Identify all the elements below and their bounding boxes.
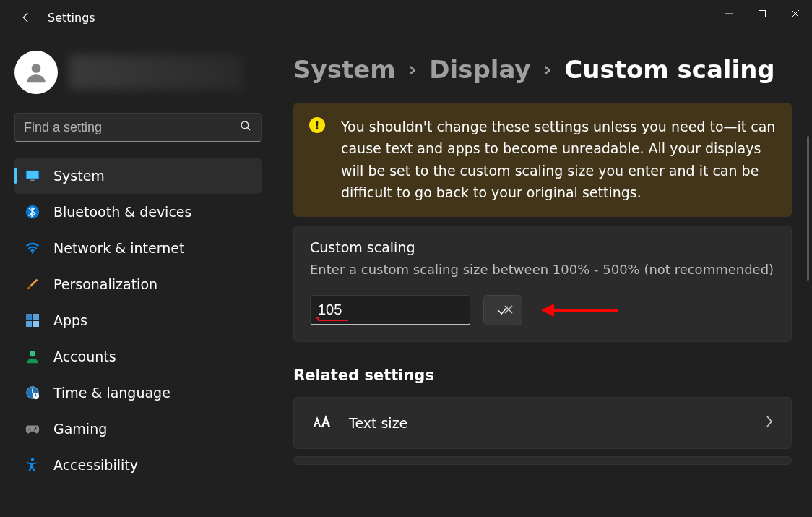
chevron-right-icon: ›: [544, 59, 552, 80]
svg-rect-5: [30, 180, 35, 181]
scaling-input[interactable]: [318, 302, 501, 318]
scrollbar[interactable]: [807, 136, 809, 281]
chevron-right-icon: [765, 414, 774, 432]
sidebar-item-time-language[interactable]: Time & language: [14, 375, 262, 411]
svg-rect-4: [27, 171, 39, 179]
svg-point-17: [28, 430, 30, 431]
sidebar-item-label: Apps: [53, 312, 87, 328]
warning-icon: !: [309, 117, 325, 133]
apps-icon: [25, 312, 40, 328]
sidebar-item-personalization[interactable]: Personalization: [14, 266, 262, 302]
svg-rect-0: [759, 11, 766, 17]
bluetooth-icon: [25, 204, 40, 220]
paintbrush-icon: [25, 276, 40, 292]
sidebar-item-label: Personalization: [53, 276, 157, 292]
related-heading: Related settings: [293, 367, 792, 384]
maximize-button[interactable]: [746, 0, 779, 27]
svg-point-18: [35, 427, 36, 429]
text-size-icon: [311, 414, 330, 432]
svg-point-19: [34, 429, 35, 430]
sidebar-item-gaming[interactable]: Gaming: [14, 411, 262, 447]
maximize-icon: [758, 9, 766, 18]
sidebar-item-label: Accessibility: [53, 457, 138, 473]
sidebar-item-label: System: [53, 168, 105, 184]
main-content: System › Display › Custom scaling ! You …: [275, 35, 812, 517]
person-icon: [22, 59, 50, 86]
nav-list: System Bluetooth & devices Network & int…: [14, 158, 262, 483]
search-box[interactable]: [14, 113, 262, 142]
panel-subtitle: Enter a custom scaling size between 100%…: [310, 260, 775, 279]
panel-title: Custom scaling: [310, 239, 775, 255]
warning-text: You shouldn't change these settings unle…: [341, 116, 776, 204]
sidebar-item-label: Network & internet: [53, 240, 184, 256]
svg-point-12: [30, 351, 35, 356]
sidebar-item-accounts[interactable]: Accounts: [14, 338, 262, 375]
sidebar-item-label: Bluetooth & devices: [53, 204, 191, 220]
sidebar: System Bluetooth & devices Network & int…: [0, 35, 275, 517]
person-green-icon: [25, 349, 40, 364]
spellcheck-underline: [318, 320, 348, 321]
search-input[interactable]: [24, 120, 239, 135]
svg-point-7: [32, 252, 33, 253]
annotation-arrow: [540, 302, 612, 318]
clear-input-button[interactable]: [501, 299, 517, 320]
search-icon: [239, 119, 252, 135]
minimize-button[interactable]: [712, 0, 746, 27]
svg-marker-22: [541, 304, 554, 317]
breadcrumb: System › Display › Custom scaling: [293, 55, 792, 84]
breadcrumb-system[interactable]: System: [293, 55, 396, 84]
sidebar-item-apps[interactable]: Apps: [14, 302, 262, 338]
clock-globe-icon: [25, 385, 40, 401]
gamepad-icon: [25, 421, 40, 437]
close-icon: [791, 9, 800, 18]
setting-row-text-size[interactable]: Text size: [293, 397, 792, 449]
warning-banner: ! You shouldn't change these settings un…: [293, 103, 792, 217]
sidebar-item-label: Time & language: [53, 385, 170, 401]
svg-rect-8: [26, 314, 32, 320]
setting-row-label: Text size: [349, 415, 746, 431]
scaling-input-wrap[interactable]: [310, 295, 470, 325]
back-button[interactable]: [14, 6, 38, 29]
svg-point-20: [31, 458, 34, 461]
sidebar-item-system[interactable]: System: [14, 158, 262, 194]
breadcrumb-current: Custom scaling: [564, 55, 774, 84]
svg-rect-11: [33, 321, 39, 327]
sidebar-item-accessibility[interactable]: Accessibility: [14, 447, 262, 483]
accessibility-icon: [25, 457, 40, 473]
title-bar: Settings: [0, 0, 812, 35]
profile-section[interactable]: [14, 42, 262, 94]
window-controls: [712, 0, 812, 27]
svg-rect-10: [26, 321, 32, 327]
monitor-icon: [25, 168, 40, 184]
setting-row-partial[interactable]: [293, 456, 792, 465]
svg-point-16: [29, 428, 30, 430]
close-button[interactable]: [779, 0, 812, 27]
sidebar-item-label: Accounts: [53, 349, 116, 364]
x-icon: [504, 304, 514, 315]
custom-scaling-panel: Custom scaling Enter a custom scaling si…: [293, 226, 792, 342]
wifi-icon: [25, 240, 40, 256]
minimize-icon: [725, 9, 733, 18]
arrow-left-icon: [20, 11, 33, 24]
breadcrumb-display[interactable]: Display: [429, 55, 530, 84]
svg-rect-9: [33, 314, 39, 320]
sidebar-item-label: Gaming: [53, 421, 107, 437]
profile-name-redacted: [69, 55, 243, 90]
svg-point-1: [32, 64, 41, 73]
avatar: [14, 51, 58, 94]
sidebar-item-network[interactable]: Network & internet: [14, 230, 262, 266]
chevron-right-icon: ›: [409, 59, 417, 80]
sidebar-item-bluetooth[interactable]: Bluetooth & devices: [14, 194, 262, 230]
app-title: Settings: [48, 11, 95, 25]
